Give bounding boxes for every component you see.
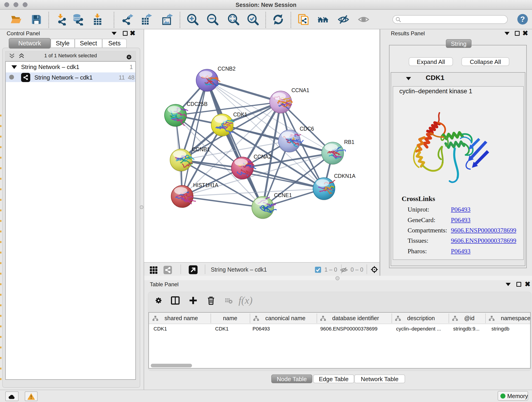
svg-text:CCNA1: CCNA1 bbox=[291, 87, 309, 93]
svg-text:HIST1H1A: HIST1H1A bbox=[193, 182, 219, 188]
svg-text:CDC6: CDC6 bbox=[300, 126, 314, 132]
svg-text:?: ? bbox=[520, 15, 525, 23]
svg-text:CDK1: CDK1 bbox=[233, 112, 247, 118]
svg-text:CCNB2: CCNB2 bbox=[218, 66, 235, 72]
svg-text:CCNA2: CCNA2 bbox=[254, 154, 272, 160]
svg-text:RB1: RB1 bbox=[344, 139, 355, 145]
svg-text:CDC25B: CDC25B bbox=[187, 101, 208, 107]
svg-text:CDKN1A: CDKN1A bbox=[334, 173, 355, 179]
svg-text:CCNB1: CCNB1 bbox=[192, 147, 210, 153]
svg-text:CCNE1: CCNE1 bbox=[274, 192, 292, 198]
